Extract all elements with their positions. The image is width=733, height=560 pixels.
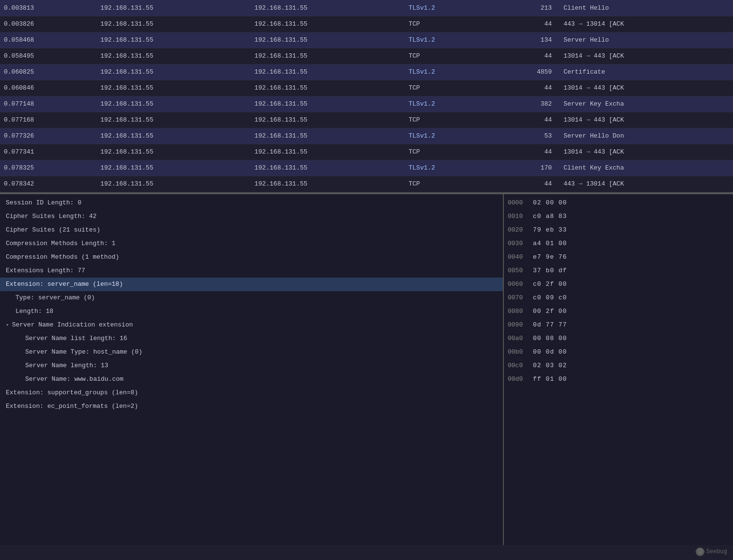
packet-proto: TCP [405, 16, 491, 32]
packet-time: 0.077148 [0, 96, 96, 112]
hex-offset: 0010 [508, 213, 527, 220]
detail-line[interactable]: Length: 18 [0, 305, 503, 318]
detail-text: Cipher Suites (21 suites) [6, 226, 100, 233]
hex-offset: 0080 [508, 308, 527, 315]
hex-bytes: 02 00 00 [533, 199, 567, 206]
packet-table: 0.003813 192.168.131.55 192.168.131.55 T… [0, 0, 733, 192]
packet-src: 192.168.131.55 [96, 64, 250, 80]
hex-line: 00b0 00 0d 00 [504, 345, 733, 359]
detail-text: Server Name: www.baidu.com [25, 375, 124, 383]
hex-bytes: 02 03 02 [533, 362, 567, 369]
packet-len: 382 [492, 96, 560, 112]
packet-proto: TCP [405, 112, 491, 128]
packet-row[interactable]: 0.078325 192.168.131.55 192.168.131.55 T… [0, 160, 733, 176]
packet-src: 192.168.131.55 [96, 16, 250, 32]
detail-line[interactable]: Server Name length: 13 [0, 359, 503, 373]
packet-row[interactable]: 0.060846 192.168.131.55 192.168.131.55 T… [0, 80, 733, 96]
packet-len: 44 [492, 48, 560, 64]
detail-text: Type: server_name (0) [16, 294, 95, 301]
hex-line: 0090 0d 77 77 [504, 318, 733, 332]
packet-proto: TLSv1.2 [405, 64, 491, 80]
packet-time: 0.058468 [0, 32, 96, 48]
packet-len: 44 [492, 16, 560, 32]
detail-text: Compression Methods (1 method) [6, 253, 119, 261]
detail-line[interactable]: Cipher Suites Length: 42 [0, 210, 503, 223]
packet-dst: 192.168.131.55 [250, 80, 405, 96]
hex-bytes: 37 b0 df [533, 267, 567, 274]
packet-row[interactable]: 0.058468 192.168.131.55 192.168.131.55 T… [0, 32, 733, 48]
detail-line[interactable]: Compression Methods Length: 1 [0, 237, 503, 250]
packet-row[interactable]: 0.003813 192.168.131.55 192.168.131.55 T… [0, 0, 733, 16]
detail-line[interactable]: Cipher Suites (21 suites) [0, 223, 503, 237]
packet-src: 192.168.131.55 [96, 128, 250, 144]
hex-line: 0080 00 2f 00 [504, 305, 733, 318]
packet-info: Client Key Excha [560, 160, 733, 176]
hex-line: 0070 c0 09 c0 [504, 291, 733, 305]
packet-info: Certificate [560, 64, 733, 80]
packet-row[interactable]: 0.077168 192.168.131.55 192.168.131.55 T… [0, 112, 733, 128]
detail-line[interactable]: Compression Methods (1 method) [0, 250, 503, 264]
packet-dst: 192.168.131.55 [250, 32, 405, 48]
packet-proto: TLSv1.2 [405, 160, 491, 176]
packet-row[interactable]: 0.078342 192.168.131.55 192.168.131.55 T… [0, 176, 733, 192]
packet-len: 4859 [492, 64, 560, 80]
hex-bytes: ff 01 00 [533, 375, 567, 383]
packet-src: 192.168.131.55 [96, 112, 250, 128]
packet-list: 0.003813 192.168.131.55 192.168.131.55 T… [0, 0, 733, 193]
packet-dst: 192.168.131.55 [250, 96, 405, 112]
packet-row[interactable]: 0.077148 192.168.131.55 192.168.131.55 T… [0, 96, 733, 112]
hex-line: 0010 c0 a8 83 [504, 210, 733, 223]
packet-info: 13014 → 443 [ACK [560, 144, 733, 160]
detail-line[interactable]: Type: server_name (0) [0, 291, 503, 305]
packet-info: 13014 → 443 [ACK [560, 48, 733, 64]
hex-line: 0030 a4 01 00 [504, 237, 733, 250]
packet-row[interactable]: 0.077326 192.168.131.55 192.168.131.55 T… [0, 128, 733, 144]
detail-text: Compression Methods Length: 1 [6, 240, 115, 247]
hex-dump-panel[interactable]: 0000 02 00 00 0010 c0 a8 83 0020 79 eb 3… [504, 194, 733, 545]
packet-detail-panel[interactable]: Session ID Length: 0Cipher Suites Length… [0, 194, 504, 545]
packet-dst: 192.168.131.55 [250, 64, 405, 80]
packet-time: 0.003813 [0, 0, 96, 16]
packet-row[interactable]: 0.058495 192.168.131.55 192.168.131.55 T… [0, 48, 733, 64]
hex-bytes: a4 01 00 [533, 240, 567, 247]
hex-offset: 00d0 [508, 375, 527, 383]
hex-line: 0020 79 eb 33 [504, 223, 733, 237]
detail-text: Server Name Type: host_name (0) [25, 348, 142, 356]
packet-dst: 192.168.131.55 [250, 128, 405, 144]
packet-row[interactable]: 0.060825 192.168.131.55 192.168.131.55 T… [0, 64, 733, 80]
packet-src: 192.168.131.55 [96, 176, 250, 192]
detail-text: Cipher Suites Length: 42 [6, 213, 96, 220]
detail-line[interactable]: ▾ Server Name Indication extension [0, 318, 503, 332]
packet-len: 44 [492, 112, 560, 128]
packet-time: 0.078325 [0, 160, 96, 176]
packet-row[interactable]: 0.003826 192.168.131.55 192.168.131.55 T… [0, 16, 733, 32]
packet-time: 0.003826 [0, 16, 96, 32]
hex-offset: 0020 [508, 226, 527, 233]
hex-offset: 0070 [508, 294, 527, 301]
detail-text: Server Name list length: 16 [25, 335, 127, 342]
detail-line[interactable]: Extension: supported_groups (len=8) [0, 386, 503, 400]
packet-len: 213 [492, 0, 560, 16]
hex-line: 00a0 00 08 00 [504, 332, 733, 345]
detail-line[interactable]: Extension: server_name (len=18) [0, 278, 503, 291]
detail-line[interactable]: Server Name: www.baidu.com [0, 373, 503, 386]
packet-time: 0.060846 [0, 80, 96, 96]
detail-text: Extensions Length: 77 [6, 267, 85, 274]
detail-line[interactable]: Extension: ec_point_formats (len=2) [0, 400, 503, 413]
detail-line[interactable]: Session ID Length: 0 [0, 196, 503, 210]
packet-src: 192.168.131.55 [96, 96, 250, 112]
packet-row[interactable]: 0.077341 192.168.131.55 192.168.131.55 T… [0, 144, 733, 160]
detail-line[interactable]: Server Name Type: host_name (0) [0, 345, 503, 359]
packet-time: 0.077326 [0, 128, 96, 144]
packet-len: 53 [492, 128, 560, 144]
packet-dst: 192.168.131.55 [250, 16, 405, 32]
bottom-panel: Session ID Length: 0Cipher Suites Length… [0, 193, 733, 545]
packet-dst: 192.168.131.55 [250, 160, 405, 176]
packet-proto: TCP [405, 176, 491, 192]
detail-line[interactable]: Server Name list length: 16 [0, 332, 503, 345]
hex-offset: 0030 [508, 240, 527, 247]
detail-line[interactable]: Extensions Length: 77 [0, 264, 503, 278]
packet-src: 192.168.131.55 [96, 32, 250, 48]
collapse-icon: ▾ [6, 322, 9, 328]
packet-info: Client Hello [560, 0, 733, 16]
